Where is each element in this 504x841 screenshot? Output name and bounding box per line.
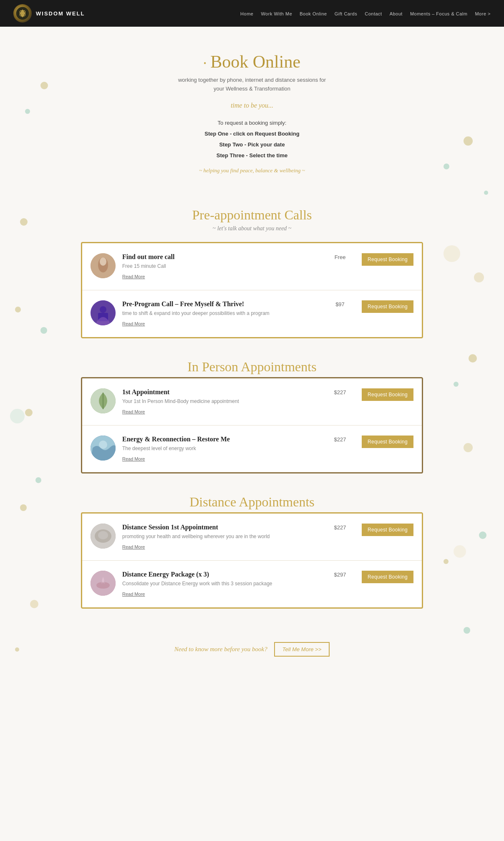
svg-point-6 xyxy=(100,257,106,266)
step3-label: Step Three - Select the time xyxy=(217,152,288,159)
service-info-energy-reconnection: Energy & Reconnection – Restore MeThe de… xyxy=(122,436,321,462)
read-more-link-distance-energy-package[interactable]: Read More xyxy=(122,592,145,597)
sections-container: Pre-appointment Calls~ let's talk about … xyxy=(81,207,423,609)
hero-footer-tagline: ~ helping you find peace, balance & well… xyxy=(89,167,415,174)
step2-label: Step Two - Pick your date xyxy=(219,141,285,148)
steps-intro: To request a booking simply: xyxy=(89,118,415,128)
svg-point-13 xyxy=(99,441,107,449)
service-action-find-out-call: Request Booking xyxy=(359,253,413,266)
service-item-find-out-call: Find out more callFree 15 minute CallRea… xyxy=(82,243,422,290)
svg-point-16 xyxy=(98,531,108,539)
service-name-1st-appointment: 1st Appointment xyxy=(122,388,321,396)
service-name-distance-1st: Distance Session 1st Appointment xyxy=(122,524,321,531)
service-info-pre-program-call: Pre-Program Call – Free Myself & Thrive!… xyxy=(122,300,321,327)
section-title-distance: Distance Appointments xyxy=(81,494,423,510)
service-image-energy-reconnection xyxy=(91,436,116,461)
service-description-find-out-call: Free 15 minute Call xyxy=(122,262,321,270)
nav-link[interactable]: About xyxy=(390,11,403,16)
service-item-distance-energy-package: Distance Energy Package (x 3)Consolidate… xyxy=(82,561,422,607)
request-booking-button-energy-reconnection[interactable]: Request Booking xyxy=(362,436,413,448)
service-action-energy-reconnection: Request Booking xyxy=(359,436,413,448)
nav-link[interactable]: Gift Cards xyxy=(335,11,358,16)
service-name-distance-energy-package: Distance Energy Package (x 3) xyxy=(122,571,321,578)
section-title-in-person: In Person Appointments xyxy=(81,359,423,375)
service-description-1st-appointment: Your 1st In Person Mind-Body medicine ap… xyxy=(122,398,321,405)
section-title-pre-appointment: Pre-appointment Calls xyxy=(81,207,423,223)
service-image-distance-energy-package xyxy=(91,571,116,596)
footer-cta-text: Need to know more before you book? xyxy=(174,646,267,653)
service-action-1st-appointment: Request Booking xyxy=(359,388,413,401)
service-info-1st-appointment: 1st AppointmentYour 1st In Person Mind-B… xyxy=(122,388,321,415)
nav-logo[interactable]: WISDOM WELL xyxy=(13,4,85,23)
svg-point-9 xyxy=(100,306,106,313)
service-price-1st-appointment: $227 xyxy=(328,388,353,395)
service-image-1st-appointment xyxy=(91,388,116,413)
service-info-distance-energy-package: Distance Energy Package (x 3)Consolidate… xyxy=(122,571,321,597)
service-description-distance-1st: promoting your health and wellbeing wher… xyxy=(122,533,321,540)
read-more-link-1st-appointment[interactable]: Read More xyxy=(122,409,145,414)
nav-links: HomeWork With MeBook OnlineGift CardsCon… xyxy=(240,10,491,17)
service-price-distance-energy-package: $297 xyxy=(328,571,353,578)
service-name-energy-reconnection: Energy & Reconnection – Restore Me xyxy=(122,436,321,443)
svg-point-3 xyxy=(21,12,24,15)
service-box-in-person: 1st AppointmentYour 1st In Person Mind-B… xyxy=(81,377,423,473)
footer-cta: Need to know more before you book? Tell … xyxy=(81,625,423,682)
nav-link[interactable]: Moments – Focus & Calm xyxy=(410,11,468,16)
read-more-link-find-out-call[interactable]: Read More xyxy=(122,274,145,279)
service-box-pre-appointment: Find out more callFree 15 minute CallRea… xyxy=(81,242,423,338)
service-image-find-out-call xyxy=(91,253,116,278)
service-action-distance-1st: Request Booking xyxy=(359,524,413,536)
service-item-pre-program-call: Pre-Program Call – Free Myself & Thrive!… xyxy=(82,290,422,337)
hero-subtitle: working together by phone, internet and … xyxy=(89,76,415,93)
service-image-distance-1st xyxy=(91,524,116,549)
service-item-1st-appointment: 1st AppointmentYour 1st In Person Mind-B… xyxy=(82,378,422,426)
service-action-pre-program-call: Request Booking xyxy=(359,300,413,313)
nav-link[interactable]: Home xyxy=(240,11,253,16)
nav-link[interactable]: More > xyxy=(475,11,491,16)
navbar: WISDOM WELL HomeWork With MeBook OnlineG… xyxy=(0,0,504,27)
request-booking-button-find-out-call[interactable]: Request Booking xyxy=(362,253,413,266)
logo-icon xyxy=(13,4,32,23)
service-description-energy-reconnection: The deepest level of energy work xyxy=(122,445,321,452)
service-price-find-out-call: Free xyxy=(328,253,353,260)
service-item-energy-reconnection: Energy & Reconnection – Restore MeThe de… xyxy=(82,426,422,472)
request-booking-button-1st-appointment[interactable]: Request Booking xyxy=(362,388,413,401)
service-box-distance: Distance Session 1st Appointmentpromotin… xyxy=(81,512,423,609)
request-booking-button-pre-program-call[interactable]: Request Booking xyxy=(362,300,413,313)
service-name-find-out-call: Find out more call xyxy=(122,253,321,261)
read-more-link-energy-reconnection[interactable]: Read More xyxy=(122,456,145,461)
service-info-distance-1st: Distance Session 1st Appointmentpromotin… xyxy=(122,524,321,550)
nav-link[interactable]: Contact xyxy=(365,11,382,16)
page-content: Book Online working together by phone, i… xyxy=(73,27,431,682)
hero-steps: To request a booking simply: Step One - … xyxy=(89,118,415,161)
service-price-pre-program-call: $97 xyxy=(328,300,353,307)
step1-label: Step One - click on Request Booking xyxy=(204,131,300,137)
service-price-energy-reconnection: $227 xyxy=(328,436,353,443)
brand-name: WISDOM WELL xyxy=(36,10,85,17)
service-description-pre-program-call: time to shift & expand into your deeper … xyxy=(122,310,321,317)
service-item-distance-1st: Distance Session 1st Appointmentpromotin… xyxy=(82,514,422,561)
nav-link[interactable]: Book Online xyxy=(300,11,327,16)
hero-section: Book Online working together by phone, i… xyxy=(81,27,423,186)
request-booking-button-distance-energy-package[interactable]: Request Booking xyxy=(362,571,413,583)
nav-link[interactable]: Work With Me xyxy=(261,11,292,16)
service-info-find-out-call: Find out more callFree 15 minute CallRea… xyxy=(122,253,321,280)
service-description-distance-energy-package: Consolidate your Distance Energy work wi… xyxy=(122,580,321,587)
service-action-distance-energy-package: Request Booking xyxy=(359,571,413,583)
service-price-distance-1st: $227 xyxy=(328,524,353,531)
service-name-pre-program-call: Pre-Program Call – Free Myself & Thrive! xyxy=(122,300,321,308)
hero-tagline: time to be you... xyxy=(89,102,415,109)
page-title: Book Online xyxy=(89,52,415,72)
service-image-pre-program-call xyxy=(91,300,116,325)
read-more-link-distance-1st[interactable]: Read More xyxy=(122,544,145,549)
read-more-link-pre-program-call[interactable]: Read More xyxy=(122,321,145,326)
request-booking-button-distance-1st[interactable]: Request Booking xyxy=(362,524,413,536)
tell-me-more-button[interactable]: Tell Me More >> xyxy=(274,642,330,657)
section-subtitle-pre-appointment: ~ let's talk about what you need ~ xyxy=(81,225,423,232)
